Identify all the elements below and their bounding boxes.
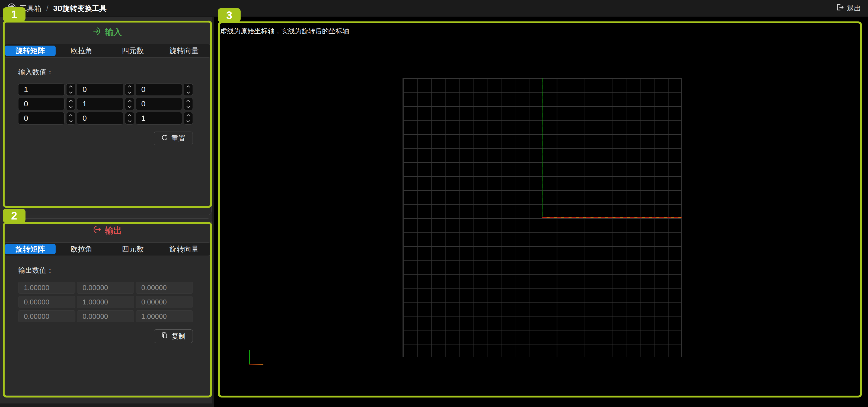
page-title: 3D旋转变换工具 [53,3,106,13]
output-matrix-grid: 1.00000 0.00000 0.00000 0.00000 1.00000 … [18,282,193,322]
matrix-spinner-2-1 [125,112,134,125]
logout-icon [836,3,844,13]
exit-button[interactable]: 退出 [836,3,861,13]
input-card-title: 输入 [105,27,122,38]
spin-down-icon[interactable] [125,118,134,124]
reset-label: 重置 [172,134,186,143]
output-card-header: 输出 [3,219,211,242]
matrix-input-0-1[interactable]: 0 [77,83,123,96]
origin-gizmo-x-axis [249,364,264,365]
tab-input-quaternion[interactable]: 四元数 [107,45,158,56]
input-card-body: 输入数值： 1 0 0 0 1 0 0 0 1 [3,67,211,145]
output-format-tabs: 旋转矩阵 欧拉角 四元数 旋转向量 [3,242,211,256]
output-card: 输出 旋转矩阵 欧拉角 四元数 旋转向量 输出数值： 1.00000 0.000… [3,218,212,396]
spin-up-icon[interactable] [184,112,193,118]
origin-gizmo-z-axis [249,350,250,364]
reset-button[interactable]: 重置 [154,132,193,145]
input-card-header: 输入 [3,20,211,44]
arrow-exit-icon [93,225,101,236]
output-field-2-1: 0.00000 [77,310,134,322]
spin-up-icon[interactable] [184,84,193,90]
spin-down-icon[interactable] [66,90,75,95]
input-card: 输入 旋转矩阵 欧拉角 四元数 旋转向量 输入数值： 1 0 0 0 [3,20,212,215]
spin-up-icon[interactable] [66,98,75,104]
spin-up-icon[interactable] [66,84,75,90]
spin-down-icon[interactable] [125,104,134,110]
matrix-input-0-2[interactable]: 0 [135,83,182,96]
spin-up-icon[interactable] [125,112,134,118]
axes-hint-text: 虚线为原始坐标轴，实线为旋转后的坐标轴 [220,27,349,35]
spin-down-icon[interactable] [125,90,134,95]
input-matrix-grid: 1 0 0 0 1 0 0 0 1 [18,83,193,125]
horizontal-scrollbar[interactable] [0,404,214,407]
output-field-0-0: 1.00000 [18,282,75,293]
matrix-row: 0 0 1 [18,112,193,125]
tab-input-rotation-vector[interactable]: 旋转向量 [159,45,209,56]
spin-up-icon[interactable] [125,84,134,90]
arrow-enter-icon [93,27,101,38]
spin-down-icon[interactable] [184,104,193,110]
input-values-label: 输入数值： [18,67,193,77]
tab-output-rotation-matrix[interactable]: 旋转矩阵 [5,244,56,254]
copy-icon [161,332,168,341]
matrix-spinner-2-0 [66,112,75,125]
breadcrumb-root-label: 工具箱 [20,3,41,13]
breadcrumb-separator: / [45,4,50,12]
matrix-row: 0 1 0 [18,98,193,110]
spin-down-icon[interactable] [184,90,193,95]
reset-icon [161,134,168,143]
matrix-spinner-0-1 [125,83,134,96]
copy-button[interactable]: 复制 [154,330,193,343]
output-field-0-2: 0.00000 [135,282,193,293]
output-field-0-1: 0.00000 [77,282,134,293]
matrix-spinner-2-2 [184,112,193,125]
z-axis-green [542,78,542,218]
matrix-spinner-1-1 [125,98,134,110]
matrix-row: 1.00000 0.00000 0.00000 [18,282,193,293]
spin-down-icon[interactable] [184,118,193,124]
spin-down-icon[interactable] [66,118,75,124]
tab-input-euler-angles[interactable]: 欧拉角 [56,45,107,56]
output-field-1-0: 0.00000 [18,296,75,308]
matrix-spinner-0-0 [66,83,75,96]
matrix-row: 0.00000 0.00000 1.00000 [18,310,193,322]
x-axis-red-dashed [542,217,682,218]
matrix-input-1-1[interactable]: 1 [77,98,123,110]
matrix-spinner-1-0 [66,98,75,110]
matrix-input-1-0[interactable]: 0 [18,98,65,110]
tab-output-euler-angles[interactable]: 欧拉角 [56,244,107,254]
matrix-spinner-1-2 [184,98,193,110]
output-card-title: 输出 [105,225,122,236]
tab-output-quaternion[interactable]: 四元数 [107,244,158,254]
input-format-tabs: 旋转矩阵 欧拉角 四元数 旋转向量 [3,44,211,58]
spin-up-icon[interactable] [125,98,134,104]
spin-down-icon[interactable] [66,104,75,110]
output-field-2-0: 0.00000 [18,310,75,322]
matrix-input-2-2[interactable]: 1 [135,112,182,125]
matrix-input-0-0[interactable]: 1 [18,83,65,96]
matrix-input-2-0[interactable]: 0 [18,112,65,125]
left-panel-column: 输入 旋转矩阵 欧拉角 四元数 旋转向量 输入数值： 1 0 0 0 [0,17,214,407]
output-values-label: 输出数值： [18,265,193,275]
toolbox-icon [7,3,16,14]
exit-label: 退出 [847,3,861,13]
spin-up-icon[interactable] [184,98,193,104]
matrix-row: 0.00000 1.00000 0.00000 [18,296,193,308]
viewport-3d[interactable]: 虚线为原始坐标轴，实线为旋转后的坐标轴 [214,17,868,407]
output-field-2-2: 1.00000 [135,310,193,322]
matrix-spinner-0-2 [184,83,193,96]
copy-label: 复制 [172,332,186,341]
app-root: 工具箱 / 3D旋转变换工具 退出 输入 [0,0,868,407]
spin-up-icon[interactable] [66,112,75,118]
matrix-input-1-2[interactable]: 0 [135,98,182,110]
tab-input-rotation-matrix[interactable]: 旋转矩阵 [5,45,56,56]
output-field-1-2: 0.00000 [135,296,193,308]
matrix-row: 1 0 0 [18,83,193,96]
output-card-body: 输出数值： 1.00000 0.00000 0.00000 0.00000 1.… [3,265,211,343]
matrix-input-2-1[interactable]: 0 [77,112,123,125]
top-bar: 工具箱 / 3D旋转变换工具 退出 [0,0,868,17]
breadcrumb: 工具箱 / 3D旋转变换工具 [7,3,106,14]
output-field-1-1: 1.00000 [77,296,134,308]
breadcrumb-toolbox-link[interactable]: 工具箱 [7,3,41,14]
tab-output-rotation-vector[interactable]: 旋转向量 [159,244,209,254]
